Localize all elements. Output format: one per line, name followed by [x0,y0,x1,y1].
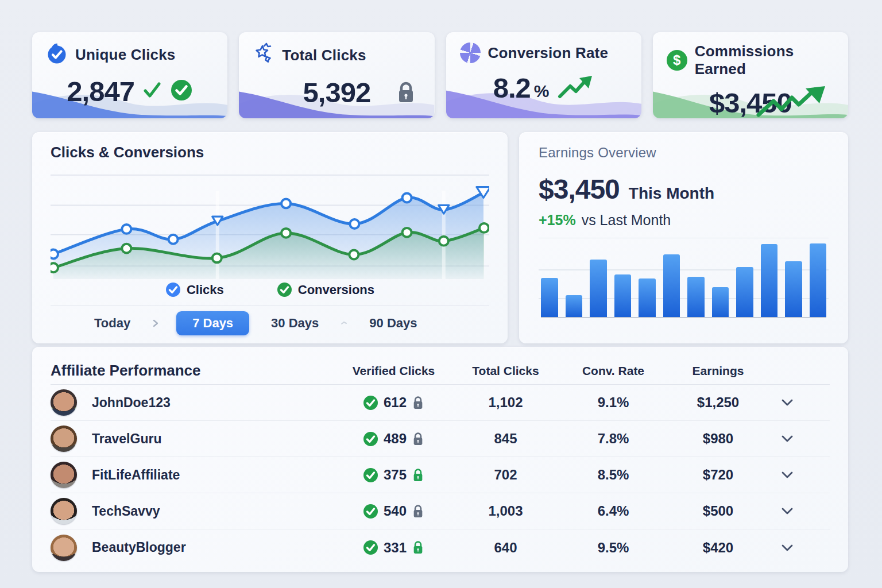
card-value-row: $3,450 [667,86,834,118]
expand-row-chevron[interactable] [771,507,803,515]
clicks-conversions-chart [51,168,489,282]
range-7-days[interactable]: 7 Days [176,311,249,335]
earnings-bar [639,278,656,317]
clicks-conversions-panel: Clicks & Conversions Clicks Conversions [32,132,508,343]
card-title: Total Clicks [282,47,366,64]
range-90-days[interactable]: 90 Days [365,312,421,334]
earnings-delta: +15% [539,212,576,229]
verified-clicks-cell: 489 [338,431,450,447]
green-check-circle-icon [363,467,378,483]
verified-clicks-value: 375 [384,467,407,483]
expand-row-chevron[interactable] [771,399,803,407]
blue-check-circle-icon [165,282,181,297]
conversion-rate-value: 8.2 [493,72,531,104]
chevron-right-icon [152,319,159,328]
earnings-bar [590,260,607,317]
verified-badge-icon [46,42,68,67]
conv-rate-value: 9.1% [562,394,665,411]
earnings-bar [614,274,632,317]
range-today[interactable]: Today [90,312,135,334]
table-title: Affiliate Performance [51,362,338,380]
table-row[interactable]: TechSavvy 540 1,003 6.4% $500 [51,493,830,529]
earnings-bar [687,277,705,317]
verified-clicks-value: 331 [384,540,407,556]
earnings-value: $720 [665,467,771,483]
gray-lock-icon [412,431,424,447]
legend-label: Clicks [187,283,224,297]
earnings-title: Earnings Overview [539,145,829,161]
earnings-bar [566,295,583,317]
card-value-row: 2,847 [46,75,214,108]
chart-legend: Clicks Conversions [51,282,489,297]
affiliate-name: JohnDoe123 [92,395,338,411]
total-clicks-value: 702 [450,467,562,483]
earnings-value: $500 [665,503,771,519]
affiliate-name: BeautyBlogger [92,540,338,555]
stat-card-conversion-rate: Conversion Rate 8.2 % [446,32,641,118]
table-row[interactable]: JohnDoe123 612 1,102 9.1% $1,250 [51,385,830,421]
table-row[interactable]: TravelGuru 489 845 7.8% $980 [51,421,830,457]
legend-toggle-conversions[interactable]: Conversions [277,282,374,297]
card-title: Commissions Earned [695,42,834,78]
avatar [51,498,77,524]
total-clicks-value: 845 [450,431,562,447]
green-check-circle-icon [363,395,378,411]
verified-clicks-cell: 375 [338,467,450,483]
affiliate-name: TravelGuru [92,431,338,447]
avatar [51,425,77,452]
middle-row: Clicks & Conversions Clicks Conversions [32,132,848,336]
column-total-clicks: Total Clicks [450,364,562,378]
gray-lock-icon [396,80,416,105]
table-row[interactable]: BeautyBlogger 331 640 9.5% $420 [51,529,830,566]
stat-card-commissions: $ Commissions Earned $3,450 [653,32,848,118]
total-clicks-value: 1,102 [450,394,562,411]
column-conv-rate: Conv. Rate [562,364,665,378]
verified-clicks-value: 612 [384,394,407,411]
affiliate-performance-panel: Affiliate Performance Verified Clicks To… [32,347,848,572]
verified-clicks-cell: 540 [338,503,450,519]
total-clicks-value: 5,392 [303,76,371,109]
stat-cards-row: Unique Clicks 2,847 [32,32,848,118]
earnings-bar [810,243,827,317]
verified-clicks-value: 540 [384,503,407,519]
trend-up-arrow-icon [558,74,594,102]
green-check-icon [142,81,162,102]
table-header: Affiliate Performance Verified Clicks To… [51,357,830,385]
card-value-row: 5,392 [253,76,420,109]
green-check-circle-icon [277,282,292,297]
dashboard: Unique Clicks 2,847 [0,0,882,572]
total-clicks-value: 1,003 [450,503,562,519]
verified-clicks-cell: 612 [338,394,450,411]
column-verified-clicks: Verified Clicks [338,364,450,378]
tick-separator-icon [341,320,347,327]
expand-row-chevron[interactable] [771,544,803,552]
affiliate-name: FitLifeAffiliate [92,467,338,483]
table-body: JohnDoe123 612 1,102 9.1% $1,250 TravelG… [51,385,830,566]
expand-row-chevron[interactable] [771,471,803,479]
avatar [51,389,77,416]
conv-rate-value: 6.4% [562,503,665,519]
earnings-bar [736,267,753,317]
gray-lock-icon [412,395,424,411]
earnings-bar [712,287,729,317]
card-head: Total Clicks [253,42,420,68]
card-value-row: 8.2 % [460,71,628,105]
percent-suffix: % [534,82,550,105]
click-star-icon [253,42,274,68]
earnings-bar-chart [539,238,829,318]
earnings-bar [663,254,680,317]
green-check-circle-icon [363,431,378,447]
green-lock-icon [412,540,424,555]
table-row[interactable]: FitLifeAffiliate 375 702 8.5% $720 [51,457,830,493]
avatar [51,535,77,561]
green-check-circle-icon [363,540,378,555]
legend-toggle-clicks[interactable]: Clicks [165,282,224,297]
expand-row-chevron[interactable] [771,435,803,443]
column-earnings: Earnings [665,364,771,378]
card-title: Conversion Rate [488,44,609,62]
earnings-delta-label: vs Last Month [582,212,671,229]
range-30-days[interactable]: 30 Days [266,312,323,334]
conv-rate-value: 7.8% [562,431,665,447]
earnings-amount-row: $3,450 This Month [539,173,829,205]
earnings-bar [785,261,802,317]
